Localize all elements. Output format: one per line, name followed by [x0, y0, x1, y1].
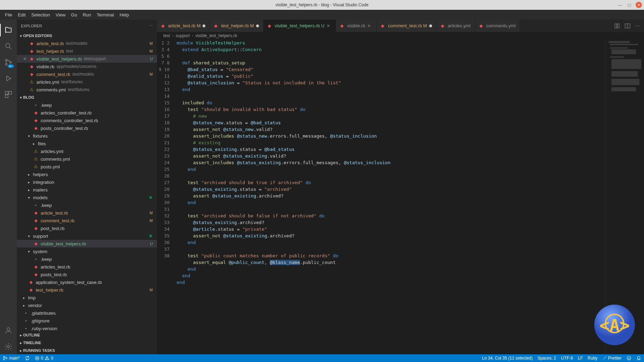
window-maximize-button[interactable]: ▢: [626, 2, 632, 8]
section-running-tasks[interactable]: ▸ RUNNING TASKS: [17, 347, 157, 354]
folder-item[interactable]: ▸files: [17, 140, 157, 147]
status-notifications-icon[interactable]: [636, 356, 641, 361]
file-item[interactable]: ◆article_test.rbM: [17, 209, 157, 217]
file-item[interactable]: ▪.keep: [17, 255, 157, 263]
file-item[interactable]: ▪.keep: [17, 101, 157, 109]
status-branch[interactable]: main*: [3, 356, 20, 361]
folder-item[interactable]: ▾models: [17, 194, 157, 201]
activity-extensions-icon[interactable]: [4, 90, 13, 99]
file-item[interactable]: ▪.gitignore: [17, 317, 157, 325]
menu-file[interactable]: File: [2, 12, 15, 18]
open-editor-item[interactable]: ⚠articles.ymltest/fixtures: [17, 78, 157, 86]
file-item[interactable]: ⚠posts.yml: [17, 163, 157, 170]
menubar: FileEditSelectionViewGoRunTerminalHelp: [0, 10, 644, 20]
file-item[interactable]: ◆comment_test.rbM: [17, 217, 157, 224]
editor-tab[interactable]: ◆test_helper.rb M: [210, 20, 263, 32]
editor-tab[interactable]: ◆comment_test.rb M: [377, 20, 436, 32]
file-item[interactable]: ▪.ruby-version: [17, 325, 157, 331]
status-encoding[interactable]: UTF-8: [561, 356, 573, 361]
section-timeline[interactable]: ▸ TIMELINE: [17, 339, 157, 347]
folder-item[interactable]: ▸tmp: [17, 294, 157, 301]
folder-item[interactable]: ▸helpers: [17, 170, 157, 178]
tab-label: articles.yml: [448, 23, 471, 28]
code-editor[interactable]: module VisibleTestHelpers extend ActiveS…: [174, 40, 644, 354]
file-item[interactable]: ◆test_helper.rbM: [17, 286, 157, 294]
close-icon[interactable]: ✕: [23, 56, 29, 61]
editor-tab[interactable]: ◆article_test.rb M: [157, 20, 210, 32]
status-formatter[interactable]: Prettier: [602, 356, 622, 361]
menu-help[interactable]: Help: [117, 12, 132, 18]
folder-item[interactable]: ▸vendor: [17, 301, 157, 309]
open-editor-item[interactable]: ◆comment_test.rbtest/modelsM: [17, 70, 157, 78]
status-eol[interactable]: LF: [578, 356, 583, 361]
status-cursor-position[interactable]: Ln 34, Col 35 (11 selected): [482, 356, 533, 361]
file-item[interactable]: ◆posts_test.rb: [17, 271, 157, 278]
breadcrumb-item[interactable]: test: [163, 33, 170, 38]
menu-run[interactable]: Run: [80, 12, 94, 18]
status-feedback-icon[interactable]: [626, 356, 631, 361]
file-name: visible_test_helpers.rb: [36, 56, 82, 62]
split-editor-icon[interactable]: [625, 23, 630, 29]
editor-tab[interactable]: ◆visible_test_helpers.rb U✕: [263, 20, 336, 32]
window-minimize-button[interactable]: —: [617, 2, 623, 8]
compare-changes-icon[interactable]: [614, 23, 620, 29]
folder-item[interactable]: ▾system: [17, 248, 157, 255]
open-editor-item[interactable]: ⚠comments.ymltest/fixtures: [17, 86, 157, 93]
menu-edit[interactable]: Edit: [15, 12, 28, 18]
menu-view[interactable]: View: [53, 12, 68, 18]
breadcrumb-item[interactable]: visible_test_helpers.rb: [195, 33, 237, 38]
activity-account-icon[interactable]: [4, 326, 13, 335]
activity-debug-icon[interactable]: [4, 74, 13, 83]
section-outline[interactable]: ▸ OUTLINE: [17, 331, 157, 339]
status-sync[interactable]: [25, 356, 30, 361]
status-language[interactable]: Ruby: [588, 356, 597, 361]
file-item[interactable]: ⚠comments.yml: [17, 155, 157, 163]
file-item[interactable]: ▪.keep: [17, 201, 157, 209]
activity-source-control-icon[interactable]: 9+: [4, 57, 13, 67]
file-item[interactable]: ◆articles_test.rb: [17, 263, 157, 271]
folder-item[interactable]: ▸mailers: [17, 186, 157, 194]
open-editor-item[interactable]: ✕◆visible_test_helpers.rbtest/supportU: [17, 55, 157, 63]
editor-tab[interactable]: ◆articles.yml: [437, 20, 475, 32]
editor-tab[interactable]: ◆visible.rb✕: [336, 20, 377, 32]
activity-explorer-icon[interactable]: [4, 25, 13, 35]
file-item[interactable]: ▪.gitattributes: [17, 309, 157, 317]
file-item[interactable]: ◆application_system_test_case.rb: [17, 278, 157, 286]
sidebar-more-icon[interactable]: ⋯: [149, 23, 153, 28]
folder-item[interactable]: ▾support: [17, 232, 157, 240]
file-item[interactable]: ◆articles_controller_test.rb: [17, 109, 157, 117]
file-item[interactable]: ◆visible_test_helpers.rbU: [17, 240, 157, 248]
file-name: .gitattributes: [31, 311, 56, 316]
open-editor-item[interactable]: ◆visible.rbapp/models/concerns: [17, 63, 157, 70]
section-open-editors[interactable]: ▾ OPEN EDITORS: [17, 32, 157, 40]
menu-terminal[interactable]: Terminal: [94, 12, 117, 18]
chevron-right-icon: ▸: [18, 349, 23, 353]
folder-item[interactable]: ▾fixtures: [17, 132, 157, 140]
breadcrumbs[interactable]: test›support›visible_test_helpers.rb: [157, 32, 644, 40]
file-path: test/models: [66, 41, 87, 46]
activity-search-icon[interactable]: [4, 41, 13, 51]
section-blog[interactable]: ▾ BLOG: [17, 93, 157, 101]
breadcrumb-item[interactable]: support: [176, 33, 190, 38]
editor-tab[interactable]: ◆comments.yml: [475, 20, 520, 32]
open-editor-item[interactable]: ◆test_helper.rbtestM: [17, 47, 157, 55]
status-problems[interactable]: 0 0: [35, 356, 53, 361]
menu-selection[interactable]: Selection: [28, 12, 53, 18]
file-name: test_helper.rb: [36, 287, 63, 293]
close-icon[interactable]: ✕: [327, 23, 331, 28]
warning-icon: ⚠: [29, 79, 34, 84]
activity-settings-icon[interactable]: [4, 342, 13, 351]
window-close-button[interactable]: ✕: [636, 2, 642, 8]
folder-item[interactable]: ▸integration: [17, 178, 157, 186]
more-actions-icon[interactable]: ⋯: [635, 23, 640, 28]
status-indentation[interactable]: Spaces: 2: [537, 356, 556, 361]
file-item[interactable]: ◆posts_controller_test.rb: [17, 124, 157, 132]
file-item[interactable]: ⚠articles.yml: [17, 147, 157, 155]
file-item[interactable]: ◆comments_controller_test.rb: [17, 117, 157, 124]
close-icon[interactable]: ✕: [367, 23, 372, 28]
file-icon: ▪: [23, 318, 29, 323]
ruby-file-icon: ◆: [161, 23, 166, 28]
open-editor-item[interactable]: ◆article_test.rbtest/modelsM: [17, 40, 157, 47]
file-item[interactable]: ◆post_test.rb: [17, 224, 157, 232]
menu-go[interactable]: Go: [68, 12, 80, 18]
